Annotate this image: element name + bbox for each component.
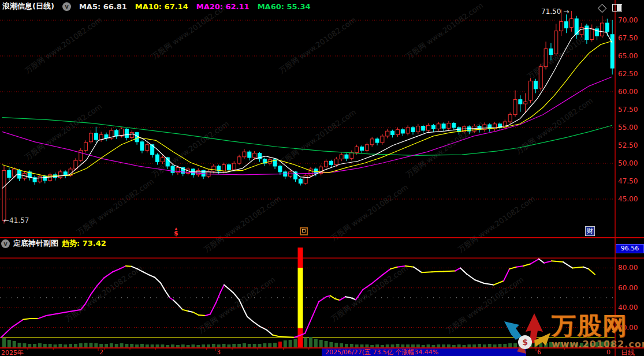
- logo-arrows-icon: $: [500, 309, 554, 355]
- site-logo-url: www.201082.com: [552, 339, 644, 350]
- hui-marker-icon[interactable]: [300, 227, 308, 235]
- sub-collapse-chevron-icon[interactable]: v: [1, 239, 10, 248]
- signal-bar-red_top: [298, 248, 303, 268]
- chart-canvas: [0, 0, 644, 356]
- sub-price-label: 40.00: [618, 303, 638, 312]
- split-window-icon-half: [617, 5, 621, 11]
- site-logo-text: 万股网: [552, 313, 644, 339]
- main-chart-header: 浪潮信息(日线) v MA5: 66.81 MA10: 67.14 MA20: …: [0, 0, 644, 13]
- sub-chart-header: v 定底神针副图 趋势: 73.42: [1, 238, 106, 249]
- svg-text:$: $: [522, 338, 528, 347]
- signal-bar-red_bottom: [298, 328, 303, 347]
- site-logo: 万股网 www.201082.com: [552, 313, 644, 350]
- trend-value-label: 趋势: 73.42: [62, 238, 106, 249]
- ma-line-ma20: [2, 77, 612, 175]
- ma20-label: MA20: 62.11: [196, 2, 250, 11]
- sub-price-label: 80.00: [618, 264, 638, 272]
- main-price-label: 67.50: [618, 34, 638, 42]
- ma5-label: MA5: 66.81: [79, 2, 127, 11]
- ma60-label: MA60: 55.34: [258, 2, 311, 11]
- main-price-label: 57.50: [618, 106, 638, 114]
- collapse-chevron-icon[interactable]: v: [62, 2, 71, 11]
- main-price-label: 50.00: [618, 159, 638, 167]
- hui-marker-inner: [302, 229, 306, 233]
- stock-chart-app: 万股网 www.201082.com万股网 www.201082.com万股网 …: [0, 0, 644, 356]
- main-price-label: 52.50: [618, 141, 638, 149]
- main-price-label: 55.00: [618, 123, 638, 132]
- ma10-label: MA10: 67.14: [135, 2, 188, 11]
- split-window-icon[interactable]: [612, 4, 622, 12]
- month-label: 2: [99, 348, 103, 356]
- sub-chart-title: 定底神针副图: [13, 238, 58, 249]
- cai-finance-icon[interactable]: 财: [585, 226, 595, 236]
- low-price-annotation: ←41.57: [3, 216, 29, 224]
- main-price-label: 60.00: [618, 88, 638, 96]
- main-price-label: 62.50: [618, 70, 638, 78]
- month-label: 3: [217, 348, 221, 356]
- dollar-signal-icon[interactable]: ▲ $: [174, 226, 178, 236]
- year-label: 2025年: [1, 348, 24, 356]
- sub-axis-marker-badge: 96.56: [616, 244, 644, 253]
- main-price-label: 70.00: [618, 16, 638, 24]
- main-price-label: 47.50: [618, 177, 638, 185]
- ma-line-ma10: [2, 41, 612, 176]
- ma-line-ma5: [2, 28, 612, 189]
- stock-title: 浪潮信息(日线): [2, 1, 54, 12]
- sub-price-label: 60.00: [618, 284, 638, 292]
- signal-bar-yellow: [298, 268, 303, 328]
- main-price-label: 65.00: [618, 52, 638, 60]
- date-info-bar: 2025/06/27(五 73.5亿 个涨幅34.44%: [322, 348, 526, 356]
- main-price-label: 45.00: [618, 195, 638, 203]
